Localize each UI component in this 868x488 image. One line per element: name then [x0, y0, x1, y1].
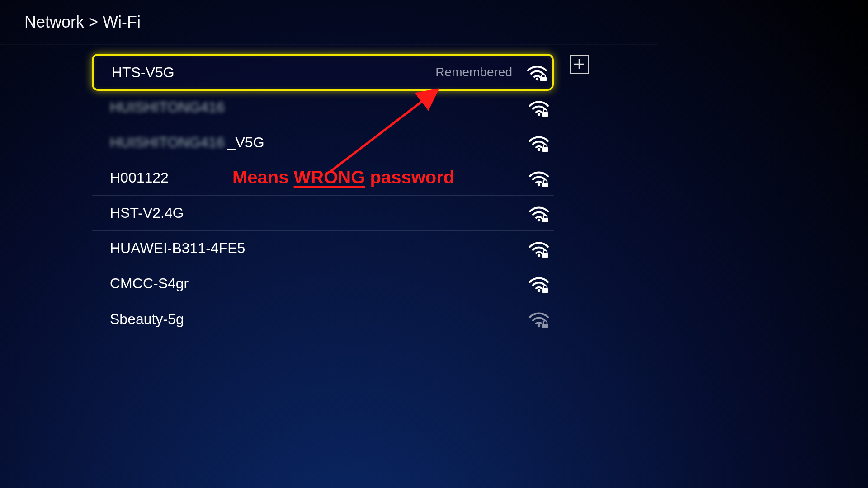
svg-rect-17: [542, 324, 548, 328]
wifi-ssid: HUISHITONG416: [110, 99, 528, 116]
wifi-secured-icon: [526, 63, 548, 81]
svg-point-12: [538, 253, 540, 256]
svg-point-8: [538, 183, 540, 186]
wifi-network-row[interactable]: HST-V2.4G: [92, 196, 554, 231]
wifi-ssid: HST-V2.4G: [110, 205, 528, 221]
wifi-secured-icon: [528, 169, 550, 187]
wifi-ssid: HUISHITONG416_V5G: [110, 134, 528, 151]
svg-rect-15: [542, 288, 548, 293]
wifi-ssid: CMCC-S4gr: [110, 275, 528, 292]
svg-point-6: [538, 148, 540, 150]
wifi-ssid: HUAWEI-B311-4FE5: [110, 240, 528, 257]
wifi-ssid: Sbeauty-5g: [110, 311, 528, 328]
svg-rect-7: [542, 147, 548, 152]
wifi-network-row[interactable]: HUAWEI-B311-4FE5: [92, 231, 554, 266]
breadcrumb-current: Wi-Fi: [103, 13, 141, 31]
svg-rect-13: [542, 253, 548, 258]
wifi-secured-icon: [528, 239, 550, 258]
svg-point-4: [538, 113, 540, 115]
svg-rect-5: [542, 112, 548, 117]
wifi-secured-icon: [528, 275, 550, 293]
wifi-secured-icon: [528, 204, 550, 222]
svg-point-16: [538, 324, 540, 327]
svg-rect-3: [540, 77, 547, 81]
wifi-secured-icon: [528, 310, 550, 328]
wifi-network-row[interactable]: Sbeauty-5g: [92, 301, 554, 337]
wifi-status: Remembered: [435, 65, 512, 80]
svg-rect-9: [542, 183, 548, 187]
svg-point-10: [538, 218, 540, 221]
wifi-network-row[interactable]: H001122: [92, 160, 554, 196]
wifi-network-list: HTS-V5GRemembered HUISHITONG416 HUISHITO…: [92, 54, 554, 337]
breadcrumb-parent: Network: [24, 13, 84, 31]
wifi-ssid: H001122: [110, 169, 528, 186]
plus-icon: [573, 58, 585, 70]
wifi-network-row[interactable]: CMCC-S4gr: [92, 266, 554, 301]
breadcrumb: Network > Wi-Fi: [0, 0, 658, 45]
wifi-secured-icon: [528, 99, 550, 117]
wifi-network-row[interactable]: HUISHITONG416_V5G: [92, 125, 554, 160]
svg-point-2: [536, 78, 538, 80]
add-network-button[interactable]: [570, 55, 589, 74]
svg-point-14: [538, 289, 540, 291]
svg-rect-11: [542, 218, 548, 222]
wifi-ssid: HTS-V5G: [112, 64, 435, 81]
breadcrumb-sep: >: [89, 13, 98, 31]
wifi-network-row[interactable]: HTS-V5GRemembered: [92, 54, 554, 91]
wifi-network-row[interactable]: HUISHITONG416: [92, 90, 554, 125]
wifi-secured-icon: [528, 134, 550, 152]
